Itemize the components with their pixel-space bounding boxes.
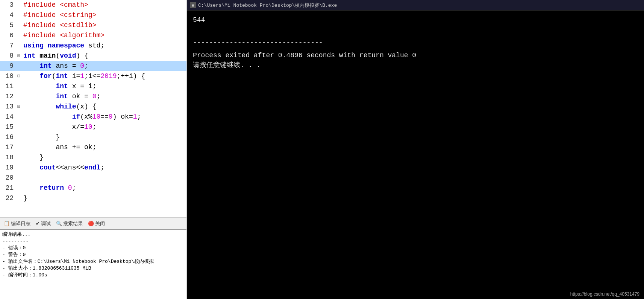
console-continue-line: 请按任意键继续. . .	[193, 60, 638, 70]
code-content	[22, 173, 23, 183]
code-content: #include <cstdlib>	[22, 20, 96, 31]
code-content: }	[22, 132, 60, 142]
fold-marker	[16, 10, 22, 20]
code-line: 5 #include <cstdlib>	[0, 20, 186, 31]
toolbar-btn-编译日志[interactable]: 📋编译日志	[2, 220, 33, 228]
fold-marker	[16, 142, 22, 153]
fold-marker	[16, 41, 22, 51]
fold-marker	[16, 163, 22, 173]
code-content: int ok = 0;	[22, 92, 100, 102]
fold-marker[interactable]: ⊟	[16, 102, 22, 112]
code-line: 16 }	[0, 132, 186, 142]
fold-marker	[16, 81, 22, 92]
toolbar-btn-搜索结果[interactable]: 🔍搜索结果	[54, 220, 85, 228]
console-body: 544 -------------------------------- Pro…	[187, 11, 644, 299]
line-number: 20	[0, 173, 16, 183]
toolbar-btn-icon: 📋	[4, 221, 10, 226]
line-number: 16	[0, 132, 16, 142]
fold-marker	[16, 61, 22, 71]
code-line: 20	[0, 173, 186, 183]
code-content: cout<<ans<<endl;	[22, 163, 105, 173]
console-panel: ▣ C:\Users\Mi Notebook Pro\Desktop\校内模拟赛…	[187, 0, 644, 299]
fold-marker	[16, 0, 22, 10]
line-number: 6	[0, 31, 16, 41]
toolbar-btn-调试[interactable]: ✔调试	[33, 220, 53, 228]
code-line: 11 int x = i;	[0, 81, 186, 92]
log-line: - 警告：0	[2, 252, 184, 258]
toolbar-btn-label: 搜索结果	[63, 220, 83, 227]
log-line: - 错误：0	[2, 245, 184, 252]
fold-marker	[16, 153, 22, 163]
code-area[interactable]: 3 #include <cmath> 4 #include <cstring> …	[0, 0, 186, 217]
code-content: while(x) {	[22, 102, 96, 112]
code-content: #include <cmath>	[22, 0, 88, 10]
code-line: 22 }	[0, 193, 186, 203]
code-content: for(int i=1;i<=2019;++i) {	[22, 71, 145, 81]
line-number: 15	[0, 122, 16, 132]
fold-marker[interactable]: ⊟	[16, 71, 22, 81]
line-number: 4	[0, 10, 16, 20]
console-output-blank	[193, 25, 638, 35]
log-line: 编译结果...	[2, 231, 184, 238]
line-number: 5	[0, 20, 16, 31]
line-number: 21	[0, 183, 16, 193]
line-number: 12	[0, 92, 16, 102]
code-content: int main(void) {	[22, 51, 88, 61]
line-number: 3	[0, 0, 16, 10]
code-line: 10 ⊟ for(int i=1;i<=2019;++i) {	[0, 71, 186, 81]
log-line: - 编译时间：1.00s	[2, 272, 184, 279]
code-line: 19 cout<<ans<<endl;	[0, 163, 186, 173]
line-number: 8	[0, 51, 16, 61]
toolbar-btn-icon: 🔴	[88, 221, 94, 226]
line-number: 10	[0, 71, 16, 81]
line-number: 9	[0, 61, 16, 71]
code-line: 4 #include <cstring>	[0, 10, 186, 20]
fold-marker	[16, 173, 22, 183]
code-content: return 0;	[22, 183, 76, 193]
fold-marker	[16, 193, 22, 203]
code-line: 15 x/=10;	[0, 122, 186, 132]
fold-marker	[16, 112, 22, 122]
code-content: ans += ok;	[22, 142, 96, 153]
line-number: 17	[0, 142, 16, 153]
code-content: using namespace std;	[22, 41, 105, 51]
code-content: if(x%10==9) ok=1;	[22, 112, 141, 122]
console-divider: --------------------------------	[193, 38, 638, 47]
code-content: x/=10;	[22, 122, 96, 132]
log-line: - 输出文件名：C:\Users\Mi Notebook Pro\Desktop…	[2, 258, 184, 265]
line-number: 7	[0, 41, 16, 51]
console-window-icon: ▣	[190, 2, 196, 8]
line-number: 18	[0, 153, 16, 163]
console-titlebar: ▣ C:\Users\Mi Notebook Pro\Desktop\校内模拟赛…	[187, 0, 644, 11]
log-line: ---------	[2, 238, 184, 245]
bottom-toolbar: 📋编译日志✔调试🔍搜索结果🔴关闭	[0, 217, 186, 229]
line-number: 11	[0, 81, 16, 92]
code-line: 18 }	[0, 153, 186, 163]
log-area: 编译结果...---------- 错误：0- 警告：0- 输出文件名：C:\U…	[0, 229, 186, 299]
fold-marker[interactable]: ⊟	[16, 51, 22, 61]
code-content: }	[22, 193, 27, 203]
code-line: 3 #include <cmath>	[0, 0, 186, 10]
code-content: #include <algorithm>	[22, 31, 105, 41]
code-content: #include <cstring>	[22, 10, 96, 20]
editor-panel: 3 #include <cmath> 4 #include <cstring> …	[0, 0, 187, 299]
code-line: 17 ans += ok;	[0, 142, 186, 153]
console-footer-link: https://blog.csdn.net/qq_40531479	[570, 291, 639, 297]
line-number: 13	[0, 102, 16, 112]
code-line: 21 return 0;	[0, 183, 186, 193]
fold-marker	[16, 92, 22, 102]
fold-marker	[16, 31, 22, 41]
toolbar-btn-关闭[interactable]: 🔴关闭	[86, 220, 107, 228]
toolbar-btn-icon: 🔍	[56, 221, 62, 226]
code-content: }	[22, 153, 44, 163]
line-number: 22	[0, 193, 16, 203]
line-number: 19	[0, 163, 16, 173]
code-line: 7 using namespace std;	[0, 41, 186, 51]
fold-marker	[16, 20, 22, 31]
code-line: 12 int ok = 0;	[0, 92, 186, 102]
code-line: 8 ⊟ int main(void) {	[0, 51, 186, 61]
fold-marker	[16, 122, 22, 132]
code-content: int ans = 0;	[22, 61, 88, 71]
console-footer: https://blog.csdn.net/qq_40531479	[570, 291, 639, 297]
console-process-line: Process exited after 0.4896 seconds with…	[193, 50, 638, 60]
